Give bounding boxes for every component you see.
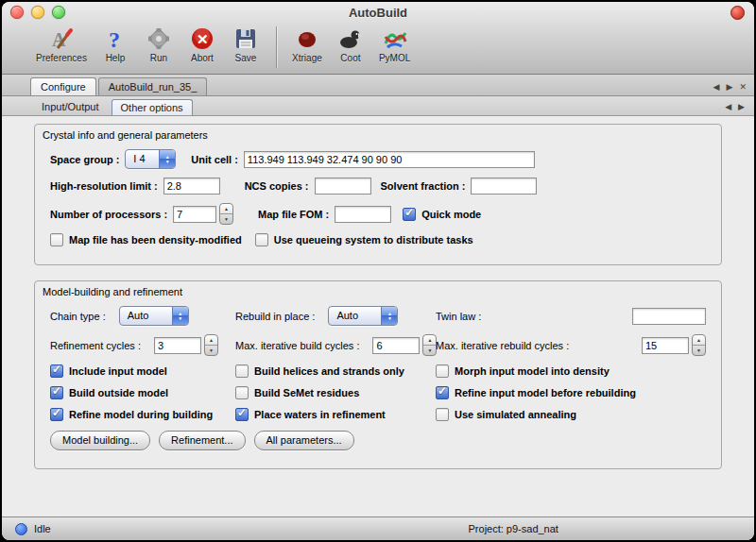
checkbox-quick-mode[interactable]: Quick mode — [403, 208, 481, 221]
checkbox-queueing-system[interactable]: Use queueing system to distribute tasks — [255, 233, 473, 246]
checkbox-box-icon — [436, 408, 449, 421]
ncs-copies-label: NCS copies : — [245, 180, 309, 192]
subtab-input-output[interactable]: Input/Output — [32, 98, 109, 115]
checkbox-place-waters[interactable]: Place waters in refinement — [235, 408, 436, 421]
refinement-button[interactable]: Refinement... — [159, 431, 245, 450]
model-building-button[interactable]: Model building... — [50, 431, 150, 450]
toolbar-item-preferences[interactable]: A Preferences — [36, 25, 87, 63]
toolbar-item-label: Help — [106, 53, 126, 63]
save-floppy-icon — [233, 25, 258, 53]
checkbox-label: Quick mode — [421, 209, 481, 220]
tab-controls: ◀ ▶ ✕ — [713, 82, 747, 95]
status-bar: Idle Project: p9-sad_nat — [2, 517, 754, 540]
stepper-up-icon[interactable]: ▲ — [220, 204, 232, 214]
subtab-scroll-left-icon[interactable]: ◀ — [725, 102, 731, 111]
stepper-down-icon[interactable]: ▼ — [220, 214, 232, 224]
window-chrome: AutoBuild A Preferences ? Help Run — [2, 2, 754, 75]
checkbox-box-icon — [50, 364, 63, 378]
stepper-up-icon[interactable]: ▲ — [423, 335, 436, 346]
toolbar-item-label: Preferences — [36, 53, 87, 63]
high-res-label: High-resolution limit : — [50, 180, 158, 192]
twin-law-input[interactable] — [632, 308, 706, 325]
close-window-icon[interactable] — [10, 6, 24, 19]
processors-label: Number of processors : — [50, 209, 167, 220]
checkbox-label: Include input model — [69, 365, 167, 377]
stepper-down-icon[interactable]: ▼ — [693, 346, 705, 355]
coot-bird-icon — [338, 25, 363, 53]
tab-autobuild-run[interactable]: AutoBuild_run_35_ — [98, 77, 208, 95]
minimize-window-icon[interactable] — [31, 6, 44, 19]
refinement-cycles-label: Refinement cycles : — [50, 340, 141, 351]
model-row-1: Chain type : Auto ▲▼ Rebuild in place : … — [50, 306, 706, 326]
main-tab-bar: Configure AutoBuild_run_35_ ◀ ▶ ✕ — [2, 75, 754, 96]
chain-type-label: Chain type : — [50, 311, 106, 322]
preferences-icon: A — [49, 25, 74, 53]
ncs-copies-input[interactable] — [315, 178, 371, 195]
processors-input[interactable] — [173, 206, 216, 223]
all-parameters-button[interactable]: All parameters... — [254, 431, 354, 450]
checkbox-build-outside-model[interactable]: Build outside model — [50, 386, 235, 399]
checkbox-build-semet[interactable]: Build SeMet residues — [235, 386, 436, 399]
checkbox-morph-input-model[interactable]: Morph input model into density — [436, 364, 706, 378]
title-bar[interactable]: AutoBuild — [2, 2, 754, 23]
space-group-select[interactable]: I 4 ▲▼ — [125, 149, 176, 169]
max-build-cycles-input[interactable] — [372, 337, 420, 354]
unit-cell-input[interactable] — [244, 151, 535, 168]
toolbar-item-run[interactable]: Run — [144, 25, 174, 63]
checkbox-box-icon — [436, 364, 449, 378]
high-res-input[interactable] — [163, 178, 220, 195]
checkbox-label: Build SeMet residues — [254, 387, 359, 398]
stepper-down-icon[interactable]: ▼ — [423, 346, 436, 355]
help-icon: ? — [103, 25, 128, 53]
checkbox-include-input-model[interactable]: Include input model — [50, 364, 235, 378]
checkbox-refine-before-rebuilding[interactable]: Refine input model before rebuilding — [436, 386, 706, 399]
titlebar-bug-icon[interactable] — [730, 6, 745, 20]
refinement-cycles-spinner: ▲ ▼ — [154, 334, 218, 356]
map-fom-input[interactable] — [335, 206, 391, 223]
toolbar-item-save[interactable]: Save — [231, 25, 261, 63]
checkbox-build-helices-strands[interactable]: Build helices and strands only — [235, 364, 436, 378]
status-text: Idle — [34, 523, 51, 534]
toolbar-item-xtriage[interactable]: Xtriage — [292, 25, 322, 63]
stepper-down-icon[interactable]: ▼ — [205, 346, 217, 355]
checkbox-label: Morph input model into density — [455, 365, 610, 377]
toolbar-item-help[interactable]: ? Help — [100, 25, 130, 63]
max-rebuild-cycles-input[interactable] — [642, 337, 689, 354]
subtab-scroll-right-icon[interactable]: ▶ — [738, 102, 745, 111]
popup-arrows-icon: ▲▼ — [172, 307, 188, 325]
toolbar-item-pymol[interactable]: PyMOL — [379, 25, 410, 63]
stepper-up-icon[interactable]: ▲ — [693, 335, 705, 346]
refinement-cycles-input[interactable] — [154, 337, 201, 354]
tab-scroll-left-icon[interactable]: ◀ — [713, 82, 720, 92]
tab-close-icon[interactable]: ✕ — [739, 82, 747, 92]
stepper[interactable]: ▲ ▼ — [219, 203, 233, 225]
rebuild-in-place-select[interactable]: Auto ▲▼ — [328, 306, 398, 326]
tab-scroll-right-icon[interactable]: ▶ — [727, 82, 733, 92]
checkbox-simulated-annealing[interactable]: Use simulated annealing — [436, 408, 706, 421]
sub-tab-bar: Input/Output Other options ◀ ▶ — [2, 96, 754, 116]
checkbox-density-modified[interactable]: Map file has been density-modified — [50, 233, 242, 246]
chain-type-select[interactable]: Auto ▲▼ — [119, 306, 189, 326]
stepper[interactable]: ▲ ▼ — [692, 334, 706, 356]
subtab-other-options[interactable]: Other options — [112, 99, 193, 115]
options-panel: Crystal info and general parameters Spac… — [2, 116, 754, 517]
checkbox-box-icon — [235, 364, 249, 378]
checkbox-box-icon — [235, 386, 249, 399]
checkbox-refine-during-building[interactable]: Refine model during building — [50, 408, 235, 421]
checkbox-label: Build outside model — [69, 387, 168, 398]
abort-icon: ✕ — [190, 25, 215, 53]
stepper-up-icon[interactable]: ▲ — [205, 335, 217, 346]
toolbar-item-coot[interactable]: Coot — [335, 25, 366, 63]
zoom-window-icon[interactable] — [52, 6, 65, 19]
groupbox-crystal-info: Crystal info and general parameters Spac… — [34, 124, 722, 265]
toolbar-separator — [276, 26, 277, 68]
toolbar-item-abort[interactable]: ✕ Abort — [187, 25, 217, 63]
toolbar: A Preferences ? Help Run ✕ Abort — [2, 23, 754, 74]
tab-configure[interactable]: Configure — [30, 77, 96, 95]
project-label: Project: p9-sad_nat — [469, 523, 558, 534]
checkbox-box-icon — [255, 233, 268, 246]
solvent-fraction-input[interactable] — [471, 178, 537, 195]
toolbar-item-label: Xtriage — [292, 53, 322, 63]
stepper[interactable]: ▲ ▼ — [204, 334, 218, 356]
checkbox-label: Place waters in refinement — [254, 409, 386, 420]
